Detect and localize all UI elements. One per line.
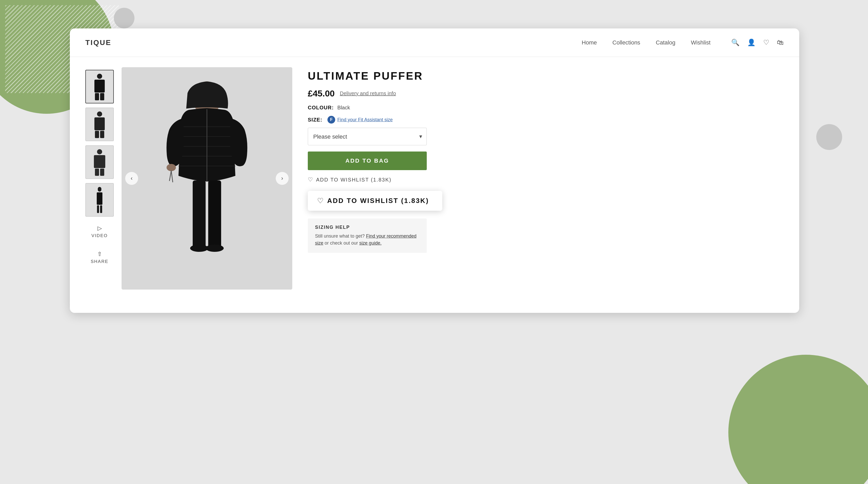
svg-rect-3	[100, 93, 104, 100]
heart-icon[interactable]: ♡	[763, 38, 769, 46]
svg-rect-9	[94, 155, 105, 168]
size-row: SIZE: F Find your Fit Assistant size	[308, 116, 768, 124]
wishlist-row[interactable]: ♡ ADD TO WISHLIST (1.83K)	[308, 176, 768, 183]
bg-circle-mid-right	[816, 124, 842, 150]
svg-point-29	[190, 245, 208, 252]
nav-link-home[interactable]: Home	[582, 39, 597, 46]
svg-rect-1	[94, 79, 105, 93]
wishlist-popup-icon: ♡	[317, 196, 323, 205]
thumbnail-1[interactable]	[85, 70, 114, 103]
size-select[interactable]: Please select XS S M L XL	[308, 128, 427, 145]
model-figure	[122, 67, 292, 290]
share-icon: ⇧	[97, 251, 102, 258]
bag-icon[interactable]: 🛍	[777, 38, 784, 46]
navbar: TIQUE Home Collections Catalog Wishlist …	[70, 28, 799, 57]
nav-links: Home Collections Catalog Wishlist	[582, 39, 711, 46]
product-details-panel: ULTIMATE PUFFER £45.00 Delivery and retu…	[292, 67, 784, 302]
wishlist-popup-text: ADD TO WISHLIST (1.83K)	[327, 197, 429, 205]
svg-rect-27	[193, 181, 206, 248]
product-price: £45.00	[308, 89, 335, 98]
svg-rect-7	[100, 131, 104, 138]
play-icon: ▷	[97, 225, 102, 232]
share-button[interactable]: ⇧ SHARE	[85, 249, 114, 266]
add-to-bag-button[interactable]: ADD TO BAG	[308, 152, 427, 170]
svg-rect-14	[97, 205, 99, 213]
svg-rect-0	[97, 74, 102, 79]
product-title: ULTIMATE PUFFER	[308, 70, 768, 82]
wishlist-small-icon: ♡	[308, 176, 313, 183]
thumbnail-4[interactable]	[85, 183, 114, 217]
svg-rect-5	[94, 118, 105, 130]
nav-link-catalog[interactable]: Catalog	[656, 39, 675, 46]
video-button[interactable]: ▷ VIDEO	[85, 223, 114, 240]
svg-rect-11	[100, 168, 104, 176]
sizing-help-text-before: Still unsure what to get?	[315, 233, 366, 239]
sizing-help-text: Still unsure what to get? Find your reco…	[315, 233, 420, 247]
next-button[interactable]: ›	[276, 172, 289, 185]
nav-link-wishlist[interactable]: Wishlist	[691, 39, 711, 46]
prev-button[interactable]: ‹	[125, 172, 138, 185]
svg-point-24	[166, 164, 176, 171]
svg-rect-13	[97, 192, 102, 205]
fit-icon: F	[328, 116, 335, 124]
product-area: ▷ VIDEO ⇧ SHARE ‹	[70, 57, 799, 313]
nav-logo: TIQUE	[85, 38, 112, 47]
thumbnails-column: ▷ VIDEO ⇧ SHARE	[85, 67, 114, 302]
share-label: SHARE	[91, 259, 108, 264]
size-label: SIZE:	[308, 117, 322, 123]
colour-value: Black	[337, 105, 350, 111]
colour-label: COLOUR:	[308, 105, 334, 111]
video-label: VIDEO	[92, 233, 108, 238]
svg-rect-28	[208, 181, 221, 248]
size-select-wrapper: Please select XS S M L XL	[308, 128, 427, 145]
search-icon[interactable]: 🔍	[731, 38, 740, 46]
fit-assistant[interactable]: F Find your Fit Assistant size	[328, 116, 393, 124]
sizing-help-title: SIZING HELP	[315, 225, 420, 230]
svg-rect-12	[98, 187, 101, 192]
svg-rect-2	[95, 93, 99, 100]
svg-rect-6	[95, 131, 99, 138]
price-row: £45.00 Delivery and returns info	[308, 89, 768, 98]
main-product-image: ‹	[122, 67, 292, 290]
sizing-link-guide[interactable]: size guide.	[359, 240, 381, 246]
colour-row: COLOUR: Black	[308, 105, 768, 111]
svg-rect-10	[95, 168, 99, 176]
bg-dots-bottom-right	[770, 396, 852, 469]
sizing-help-box: SIZING HELP Still unsure what to get? Fi…	[308, 219, 427, 253]
delivery-link[interactable]: Delivery and returns info	[340, 91, 396, 96]
svg-rect-8	[97, 149, 102, 154]
nav-icons: 🔍 👤 ♡ 🛍	[731, 38, 784, 46]
user-icon[interactable]: 👤	[747, 38, 755, 46]
thumbnail-3[interactable]	[85, 145, 114, 179]
thumbnail-2[interactable]	[85, 107, 114, 141]
svg-rect-4	[97, 111, 102, 117]
bg-circle-small-top	[114, 8, 134, 28]
browser-window: TIQUE Home Collections Catalog Wishlist …	[70, 28, 799, 313]
sizing-help-text-middle: or check out our	[324, 240, 359, 246]
nav-link-collections[interactable]: Collections	[613, 39, 641, 46]
fit-text[interactable]: Find your Fit Assistant size	[337, 117, 393, 123]
wishlist-small-text: ADD TO WISHLIST (1.83K)	[316, 177, 392, 183]
svg-point-30	[206, 245, 224, 252]
svg-rect-15	[100, 205, 102, 213]
wishlist-popup[interactable]: ♡ ADD TO WISHLIST (1.83K)	[308, 191, 442, 211]
